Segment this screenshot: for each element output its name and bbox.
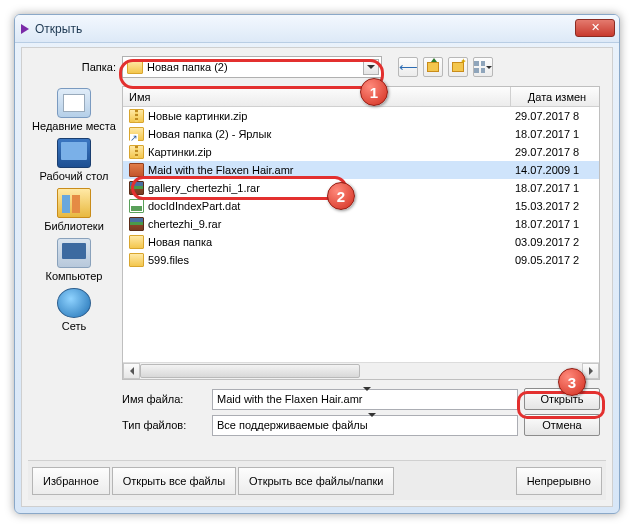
scroll-track[interactable] (140, 363, 582, 379)
file-row[interactable]: Новая папка03.09.2017 2 (123, 233, 599, 251)
file-date: 18.07.2017 1 (511, 182, 599, 194)
file-icon (129, 145, 144, 159)
file-date: 15.03.2017 2 (511, 200, 599, 212)
filetype-value: Все поддерживаемые файлы (217, 419, 368, 431)
file-date: 18.07.2017 1 (511, 218, 599, 230)
titlebar: Открыть ✕ (15, 15, 619, 43)
app-icon (21, 24, 29, 34)
place-label: Недавние места (30, 120, 118, 132)
open-all-files-button[interactable]: Открыть все файлы (112, 467, 236, 495)
place-computer[interactable]: Компьютер (30, 238, 118, 282)
toolbar: ⟵ (398, 57, 493, 77)
folder-dropdown[interactable]: Новая папка (2) (122, 56, 382, 78)
place-recent[interactable]: Недавние места (30, 88, 118, 132)
folder-label: Папка: (70, 61, 116, 73)
place-computer-icon (57, 238, 91, 268)
filetype-dropdown[interactable]: Все поддерживаемые файлы (212, 415, 518, 436)
file-name: Новая папка (2) - Ярлык (148, 128, 271, 140)
place-label: Библиотеки (30, 220, 118, 232)
file-row[interactable]: Картинки.zip29.07.2017 8 (123, 143, 599, 161)
chevron-down-icon[interactable] (368, 417, 385, 434)
place-desktop-icon (57, 138, 91, 168)
favorites-button[interactable]: Избранное (32, 467, 110, 495)
chevron-down-icon[interactable] (363, 391, 380, 408)
filename-input[interactable]: Maid with the Flaxen Hair.amr (212, 389, 518, 410)
cancel-button[interactable]: Отмена (524, 414, 600, 436)
list-header: Имя Дата измен (123, 87, 599, 107)
file-icon (129, 199, 144, 213)
folder-icon (127, 60, 143, 74)
file-row[interactable]: chertezhi_9.rar18.07.2017 1 (123, 215, 599, 233)
file-row[interactable]: gallery_chertezhi_1.rar18.07.2017 1 (123, 179, 599, 197)
file-icon (129, 253, 144, 267)
place-label: Рабочий стол (30, 170, 118, 182)
continuous-button[interactable]: Непрерывно (516, 467, 602, 495)
file-icon (129, 163, 144, 177)
filetype-label: Тип файлов: (122, 419, 206, 431)
file-date: 29.07.2017 8 (511, 110, 599, 122)
file-icon (129, 181, 144, 195)
place-libraries-icon (57, 188, 91, 218)
file-name: chertezhi_9.rar (148, 218, 221, 230)
place-desktop[interactable]: Рабочий стол (30, 138, 118, 182)
folder-current: Новая папка (2) (147, 61, 228, 73)
bottom-fields: Имя файла: Maid with the Flaxen Hair.amr… (122, 386, 600, 452)
file-icon (129, 217, 144, 231)
scroll-right-button[interactable] (582, 363, 599, 379)
file-row[interactable]: Новые картинки.zip29.07.2017 8 (123, 107, 599, 125)
place-network[interactable]: Сеть (30, 288, 118, 332)
file-date: 14.07.2009 1 (511, 164, 599, 176)
file-name: Картинки.zip (148, 146, 212, 158)
place-recent-icon (57, 88, 91, 118)
place-network-icon (57, 288, 91, 318)
file-row[interactable]: Новая папка (2) - Ярлык18.07.2017 1 (123, 125, 599, 143)
file-icon (129, 127, 144, 141)
horizontal-scrollbar[interactable] (123, 362, 599, 379)
file-name: 599.files (148, 254, 189, 266)
file-date: 18.07.2017 1 (511, 128, 599, 140)
file-name: Maid with the Flaxen Hair.amr (148, 164, 294, 176)
file-row[interactable]: 599.files09.05.2017 2 (123, 251, 599, 269)
file-row[interactable]: docIdIndexPart.dat15.03.2017 2 (123, 197, 599, 215)
place-libraries[interactable]: Библиотеки (30, 188, 118, 232)
file-date: 03.09.2017 2 (511, 236, 599, 248)
place-label: Компьютер (30, 270, 118, 282)
file-name: Новые картинки.zip (148, 110, 247, 122)
window-title: Открыть (35, 22, 82, 36)
file-date: 09.05.2017 2 (511, 254, 599, 266)
footer-toolbar: Избранное Открыть все файлы Открыть все … (28, 460, 606, 500)
folder-row: Папка: Новая папка (2) ⟵ (70, 56, 602, 78)
dialog-body: Папка: Новая папка (2) ⟵ Недавние местаР… (21, 47, 613, 507)
file-name: Новая папка (148, 236, 212, 248)
back-button[interactable]: ⟵ (398, 57, 418, 77)
place-label: Сеть (30, 320, 118, 332)
close-button[interactable]: ✕ (575, 19, 615, 37)
chevron-down-icon[interactable] (363, 59, 379, 75)
file-name: docIdIndexPart.dat (148, 200, 240, 212)
file-name: gallery_chertezhi_1.rar (148, 182, 260, 194)
places-bar: Недавние местаРабочий столБиблиотекиКомп… (30, 86, 118, 380)
open-dialog: Открыть ✕ Папка: Новая папка (2) ⟵ Недав… (14, 14, 620, 514)
open-all-files-folders-button[interactable]: Открыть все файлы/папки (238, 467, 394, 495)
file-date: 29.07.2017 8 (511, 146, 599, 158)
file-list: Имя Дата измен Новые картинки.zip29.07.2… (122, 86, 600, 380)
new-folder-button[interactable] (448, 57, 468, 77)
open-button[interactable]: Открыть (524, 388, 600, 410)
up-folder-button[interactable] (423, 57, 443, 77)
scroll-thumb[interactable] (140, 364, 360, 378)
file-icon (129, 235, 144, 249)
scroll-left-button[interactable] (123, 363, 140, 379)
column-date-header[interactable]: Дата измен (511, 91, 599, 103)
file-row[interactable]: Maid with the Flaxen Hair.amr14.07.2009 … (123, 161, 599, 179)
filename-value: Maid with the Flaxen Hair.amr (217, 393, 363, 405)
filename-label: Имя файла: (122, 393, 206, 405)
file-icon (129, 109, 144, 123)
view-mode-button[interactable] (473, 57, 493, 77)
column-name-header[interactable]: Имя (123, 87, 511, 106)
